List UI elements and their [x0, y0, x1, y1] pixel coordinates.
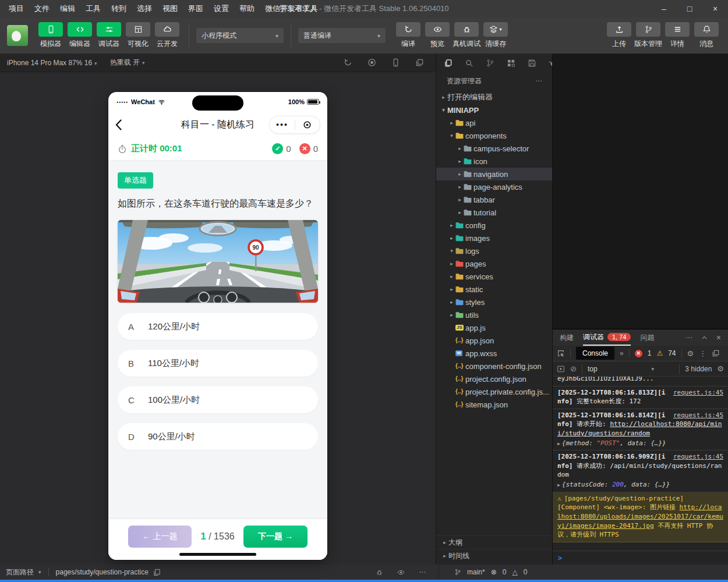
tree-item-navigation[interactable]: ▸navigation [436, 168, 552, 180]
tree-item-tutorial[interactable]: ▸tutorial [436, 206, 552, 219]
more-icon[interactable]: ⋯ [419, 568, 426, 576]
console-log-entry[interactable]: request.js:45[2025-12-17T08:06:16.814Z][… [553, 409, 728, 450]
tree-item-campus-selector[interactable]: ▸campus-selector [436, 142, 552, 155]
tree-item-icon[interactable]: ▸icon [436, 155, 552, 168]
console-input[interactable]: > [553, 551, 728, 565]
tree-item-component-config.json[interactable]: {..}component-config.json [436, 360, 552, 372]
record-icon[interactable] [367, 58, 376, 67]
menu-item-8[interactable]: 设置 [208, 0, 234, 17]
option-A[interactable]: A120公里/小时 [118, 313, 318, 340]
back-button[interactable] [115, 119, 130, 130]
tree-item-project.config.json[interactable]: {..}project.config.json [436, 372, 552, 385]
npm-save-icon[interactable] [528, 59, 536, 68]
close-panel-icon[interactable]: × [716, 333, 721, 342]
minimize-button[interactable]: – [651, 0, 677, 17]
console-settings-icon[interactable]: ⚙ [687, 349, 694, 358]
toolbar-preview-button[interactable]: 预览 [423, 22, 452, 49]
eye-icon[interactable] [397, 569, 405, 576]
section-时间线[interactable]: ▸时间线 [436, 549, 552, 562]
context-select[interactable]: top [588, 365, 598, 373]
extensions-icon[interactable] [507, 59, 515, 68]
filter-settings-icon[interactable]: ⚙ [717, 364, 724, 373]
section-大纲[interactable]: ▸大纲 [436, 535, 552, 549]
menu-item-2[interactable]: 编辑 [55, 0, 80, 17]
warning-count[interactable]: 74 [668, 349, 676, 357]
tree-item-app.json[interactable]: {..}app.json [436, 334, 552, 347]
tree-item-tabbar[interactable]: ▸tabbar [436, 193, 552, 206]
tree-item-styles[interactable]: ▸styles [436, 296, 552, 308]
option-C[interactable]: C100公里/小时 [118, 386, 318, 413]
dock-side-icon[interactable] [712, 349, 720, 357]
tree-item-project.private.config.js...[interactable]: {..}project.private.config.js... [436, 385, 552, 398]
tree-item-app.wxss[interactable]: Wapp.wxss [436, 347, 552, 360]
copy-icon[interactable] [153, 569, 161, 576]
mode-select[interactable]: 小程序模式 ▾ [196, 28, 284, 43]
menu-item-7[interactable]: 界面 [183, 0, 208, 17]
option-D[interactable]: D90公里/小时 [118, 423, 318, 450]
device-frame-icon[interactable] [391, 58, 400, 67]
toolbar-cloud-dev-button[interactable]: 云开发 [153, 22, 182, 49]
tab-console[interactable]: Console [576, 347, 614, 360]
close-button[interactable]: × [702, 0, 728, 17]
restart-icon[interactable] [344, 58, 352, 67]
source-control-icon[interactable] [486, 59, 494, 68]
tree-item-logs[interactable]: ▾logs [436, 244, 552, 257]
toolbar-editor-button[interactable]: 编辑器 [65, 22, 94, 49]
console-sidebar-icon[interactable] [557, 365, 565, 373]
hidden-messages-label[interactable]: 3 hidden [685, 365, 712, 373]
console-log-entry[interactable]: request.js:45[2025-12-17T08:06:16.909Z][… [553, 450, 728, 492]
toolbar-upload-button[interactable]: 上传 [605, 22, 634, 49]
tree-item-app.js[interactable]: JSapp.js [436, 321, 552, 334]
menu-item-1[interactable]: 文件 [29, 0, 55, 17]
multi-window-icon[interactable] [415, 58, 424, 67]
debug-tab-问题[interactable]: 问题 [640, 329, 654, 346]
menu-item-4[interactable]: 转到 [106, 0, 132, 17]
clear-console-icon[interactable]: ⊘ [570, 364, 577, 373]
search-icon[interactable] [465, 59, 473, 68]
tree-item-page-analytics[interactable]: ▸page-analytics [436, 180, 552, 193]
toolbar-details-button[interactable]: 详情 [663, 22, 692, 49]
more-tabs-button[interactable]: ⋯ [685, 333, 692, 342]
tree-item-static[interactable]: ▸static [436, 283, 552, 296]
debug-tab-调试器[interactable]: 调试器1, 74 [583, 329, 631, 346]
kebab-menu-icon[interactable]: ⋮ [699, 349, 706, 358]
error-count[interactable]: 1 [648, 349, 652, 357]
log-source-link[interactable]: request.js:45 [673, 452, 723, 462]
git-branch-icon[interactable] [454, 569, 461, 576]
exit-mini-program-button[interactable] [295, 120, 320, 129]
next-question-button[interactable]: 下一题 → [243, 526, 308, 548]
compile-mode-select[interactable]: 普通编译 ▾ [298, 28, 386, 43]
menu-item-0[interactable]: 项目 [3, 0, 29, 17]
menu-item-3[interactable]: 工具 [80, 0, 106, 17]
tree-item-MINIAPP[interactable]: ▾MINIAPP [436, 104, 552, 116]
toolbar-clear-cache-button[interactable]: ▾清缓存 [481, 22, 510, 49]
menu-item-5[interactable]: 选择 [132, 0, 157, 17]
inspect-icon[interactable] [557, 349, 565, 357]
log-object-preview[interactable]: ▶{method: "POST", data: {…}} [557, 439, 723, 448]
log-object-preview[interactable]: ▶{statusCode: 200, data: {…}} [557, 480, 723, 489]
hot-reload-toggle[interactable]: 热重载 开▾ [110, 58, 145, 68]
menu-item-10[interactable]: 微信开发者工具 [260, 0, 323, 17]
maximize-button[interactable]: □ [677, 0, 702, 17]
toolbar-debugger-button[interactable]: 调试器 [94, 22, 123, 49]
menu-item-9[interactable]: 帮助 [234, 0, 260, 17]
log-source-link[interactable]: request.js:45 [673, 388, 723, 398]
log-source-link[interactable]: request.js:45 [673, 411, 723, 420]
tree-item-api[interactable]: ▸api [436, 116, 552, 129]
console-log-entry[interactable]: request.js:45[2025-12-17T08:06:16.813Z][… [553, 386, 728, 409]
console-log-entry[interactable]: eyJhbGciOiJIUzI1OXAiJ9... [553, 377, 728, 386]
files-icon[interactable] [444, 59, 453, 68]
tree-item-images[interactable]: ▸images [436, 232, 552, 244]
more-menu-button[interactable]: ●●● [270, 122, 295, 127]
toolbar-remote-debug-button[interactable]: 真机调试 [452, 22, 481, 49]
more-panels-icon[interactable]: » [620, 349, 624, 357]
toolbar-simulator-button[interactable]: 模拟器 [36, 22, 65, 49]
toolbar-compile-button[interactable]: 编译 [394, 22, 423, 49]
device-select[interactable]: iPhone 14 Pro Max 87% 16▾ [7, 59, 97, 67]
toolbar-version-control-button[interactable]: 版本管理 [634, 22, 663, 49]
tree-item-components[interactable]: ▾components [436, 129, 552, 142]
console-log-entry[interactable]: ⚠[pages/study/question-practice] [Compon… [553, 492, 728, 542]
prev-question-button[interactable]: ← 上一题 [128, 526, 192, 548]
avatar[interactable] [7, 25, 28, 46]
tree-item-pages[interactable]: ▸pages [436, 257, 552, 270]
